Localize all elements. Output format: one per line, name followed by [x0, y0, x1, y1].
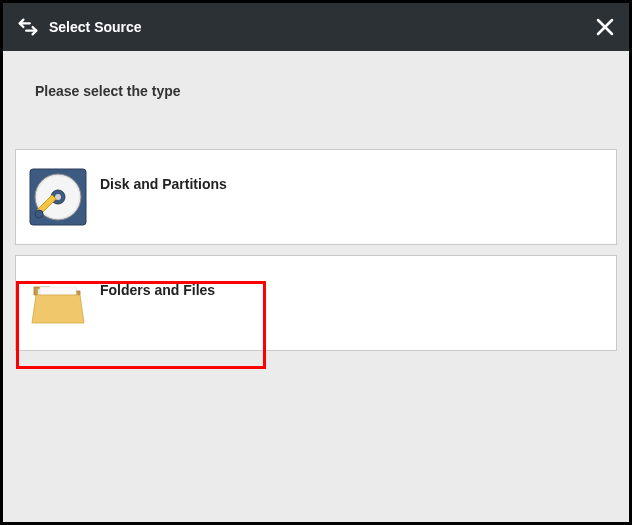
close-button[interactable] — [593, 15, 617, 39]
app-swap-icon — [17, 16, 39, 38]
option-folders-label: Folders and Files — [100, 282, 215, 298]
close-icon — [596, 18, 614, 36]
folder-icon — [26, 271, 90, 335]
content-area: Please select the type Disk and Partitio… — [3, 51, 629, 522]
option-folders-files[interactable]: Folders and Files — [15, 255, 617, 351]
dialog-title: Select Source — [49, 19, 142, 35]
select-source-dialog: Select Source Please select the type — [3, 3, 629, 522]
option-disk-label: Disk and Partitions — [100, 176, 227, 192]
titlebar: Select Source — [3, 3, 629, 51]
disk-icon — [26, 165, 90, 229]
option-disk-partitions[interactable]: Disk and Partitions — [15, 149, 617, 245]
prompt-text: Please select the type — [35, 83, 617, 99]
svg-point-7 — [35, 210, 43, 218]
